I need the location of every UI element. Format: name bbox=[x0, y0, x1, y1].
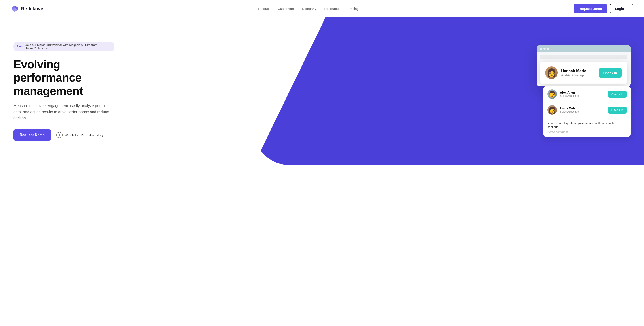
browser-mockup: Hannah Marie Assistant Manager Check In bbox=[537, 46, 630, 86]
browser-bar bbox=[537, 46, 630, 52]
browser-dot-2 bbox=[544, 48, 546, 50]
alex-avatar bbox=[548, 89, 557, 99]
linda-info: Linda Wilson Sales Associate bbox=[560, 107, 605, 113]
reflektive-logo-icon bbox=[11, 5, 19, 13]
hannah-checkin-button[interactable]: Check In bbox=[598, 68, 622, 78]
hannah-avatar bbox=[545, 67, 558, 79]
nav-customers[interactable]: Customers bbox=[278, 7, 294, 11]
linda-name: Linda Wilson bbox=[560, 107, 605, 110]
header-actions: Request Demo Login → bbox=[574, 4, 633, 13]
browser-address-bar bbox=[540, 55, 628, 59]
announcement-badge[interactable]: New: Join our March 3rd webinar with Meg… bbox=[14, 42, 114, 52]
alex-info: Alex Allen Sales Associate bbox=[560, 91, 605, 97]
nav-product[interactable]: Product bbox=[258, 7, 270, 11]
badge-text: Join our March 3rd webinar with Meghan M… bbox=[26, 43, 111, 50]
alex-name: Alex Allen bbox=[560, 91, 605, 94]
watch-story-label: Watch the Reflektive story bbox=[64, 133, 104, 137]
header: Reflektive Product Customers Company Res… bbox=[0, 0, 644, 17]
linda-avatar bbox=[548, 105, 557, 115]
alex-role: Sales Associate bbox=[560, 94, 605, 97]
linda-checkin-button[interactable]: Check In bbox=[608, 107, 626, 113]
watch-story-button[interactable]: Watch the Reflektive story bbox=[56, 132, 104, 138]
browser-dot-3 bbox=[547, 48, 549, 50]
header-login-button[interactable]: Login → bbox=[610, 4, 633, 13]
linda-role: Sales Associate bbox=[560, 110, 605, 113]
logo[interactable]: Reflektive bbox=[11, 5, 43, 13]
list-item-linda: Linda Wilson Sales Associate Check In bbox=[544, 102, 630, 118]
hero-section: New: Join our March 3rd webinar with Meg… bbox=[0, 17, 644, 165]
alex-checkin-button[interactable]: Check In bbox=[608, 91, 626, 98]
browser-dot-1 bbox=[540, 48, 542, 50]
hannah-role: Assistant Manager bbox=[561, 74, 595, 77]
hannah-info: Hannah Marie Assistant Manager bbox=[561, 69, 595, 77]
comment-placeholder[interactable]: Add a comment... bbox=[548, 130, 626, 134]
main-checkin-card: Hannah Marie Assistant Manager Check In bbox=[540, 62, 627, 84]
hero-left-content: New: Join our March 3rd webinar with Meg… bbox=[0, 28, 125, 154]
badge-new-label: New: bbox=[17, 45, 24, 48]
browser-content: Hannah Marie Assistant Manager Check In bbox=[537, 52, 630, 84]
list-item-alex: Alex Allen Sales Associate Check In bbox=[544, 86, 630, 102]
header-request-demo-button[interactable]: Request Demo bbox=[574, 4, 607, 13]
hero-request-demo-button[interactable]: Request Demo bbox=[14, 129, 51, 141]
nav-resources[interactable]: Resources bbox=[324, 7, 340, 11]
play-icon bbox=[56, 132, 62, 138]
nav-company[interactable]: Company bbox=[302, 7, 316, 11]
hero-actions: Request Demo Watch the Reflektive story bbox=[14, 129, 114, 141]
hero-subtitle: Measure employee engagement, easily anal… bbox=[14, 103, 114, 121]
main-nav: Product Customers Company Resources Pric… bbox=[258, 7, 359, 11]
logo-text: Reflektive bbox=[21, 6, 43, 12]
hannah-name: Hannah Marie bbox=[561, 69, 595, 73]
hero-title: Evolving performance management bbox=[14, 58, 114, 98]
nav-pricing[interactable]: Pricing bbox=[348, 7, 359, 11]
comment-label: Name one thing this employee does well a… bbox=[548, 122, 626, 128]
comment-section: Name one thing this employee does well a… bbox=[544, 118, 630, 137]
checkin-list-card: Alex Allen Sales Associate Check In Lind… bbox=[544, 86, 630, 137]
hero-ui-demo: Hannah Marie Assistant Manager Check In … bbox=[537, 46, 630, 137]
